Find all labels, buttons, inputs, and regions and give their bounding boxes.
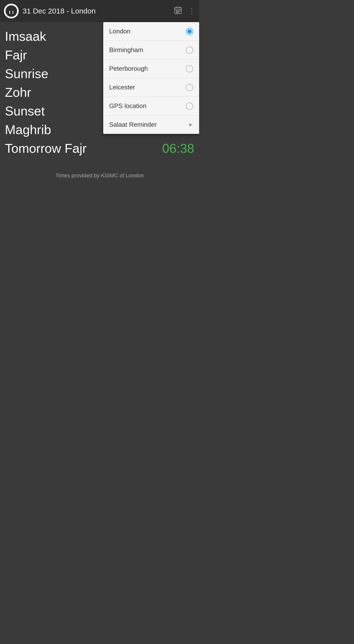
dropdown-label-birmingham: Birmingham	[109, 46, 143, 54]
more-options-icon[interactable]: ⋮	[188, 7, 195, 15]
dropdown-item-leicester[interactable]: Leicester	[103, 78, 199, 97]
dropdown-label-peterborough: Peterborough	[109, 65, 148, 72]
dropdown-label-london: London	[109, 28, 131, 35]
prayer-name-imsaak: Imsaak	[5, 29, 46, 44]
svg-rect-9	[178, 10, 179, 12]
submenu-arrow-icon: ►	[188, 122, 193, 128]
main-content: Imsaak Fajr Sunrise Zohr Sunset Maghrib …	[0, 22, 199, 184]
dropdown-label-gps: GPS location	[109, 102, 147, 110]
dropdown-item-london[interactable]: London	[103, 22, 199, 41]
dropdown-item-birmingham[interactable]: Birmingham	[103, 41, 199, 60]
dropdown-item-peterborough[interactable]: Peterborough	[103, 60, 199, 78]
app-logo	[4, 4, 19, 18]
tomorrow-fajr-row: Tomorrow Fajr 06:38	[5, 139, 194, 158]
tomorrow-fajr-time: 06:38	[162, 141, 194, 156]
tomorrow-fajr-label: Tomorrow Fajr	[5, 141, 87, 156]
radio-gps[interactable]	[186, 102, 193, 110]
svg-rect-2	[9, 11, 10, 14]
prayer-name-sunset: Sunset	[5, 104, 45, 118]
svg-rect-8	[176, 10, 177, 12]
footer-text: Times provided by KSIMC of London	[5, 168, 194, 184]
dropdown-item-salaat-reminder[interactable]: Salaat Reminder ►	[103, 116, 199, 134]
svg-rect-11	[176, 12, 177, 13]
header-icons: ⋮	[174, 6, 195, 16]
header-title: 31 Dec 2018 - London	[23, 7, 96, 15]
radio-birmingham[interactable]	[186, 46, 193, 54]
svg-rect-1	[10, 12, 12, 14]
app-logo-svg	[5, 5, 18, 17]
radio-peterborough[interactable]	[186, 65, 193, 72]
svg-rect-3	[13, 11, 13, 14]
dropdown-label-leicester: Leicester	[109, 84, 135, 91]
dropdown-label-salaat-reminder: Salaat Reminder	[109, 121, 157, 128]
dropdown-item-gps[interactable]: GPS location	[103, 97, 199, 116]
svg-rect-12	[178, 12, 179, 13]
svg-point-0	[6, 5, 17, 17]
dropdown-menu: London Birmingham Peterborough Leicester…	[103, 22, 199, 134]
app-header: 31 Dec 2018 - London ⋮	[0, 0, 199, 22]
prayer-name-sunrise: Sunrise	[5, 66, 48, 81]
svg-rect-10	[179, 10, 180, 12]
radio-london[interactable]	[186, 28, 193, 35]
header-left: 31 Dec 2018 - London	[4, 4, 96, 18]
prayer-name-zohr: Zohr	[5, 85, 31, 100]
prayer-name-fajr: Fajr	[5, 48, 27, 62]
prayer-name-maghrib: Maghrib	[5, 122, 51, 137]
calendar-icon[interactable]	[174, 6, 182, 16]
radio-leicester[interactable]	[186, 84, 193, 91]
